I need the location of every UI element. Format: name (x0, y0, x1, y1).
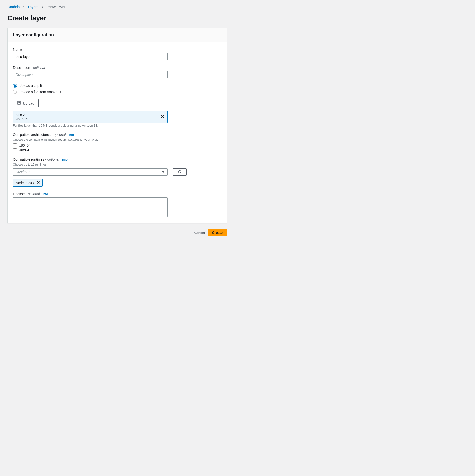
runtime-chip: Node.js 20.x (13, 179, 43, 187)
checkbox-arm64-label: arm64 (19, 148, 29, 152)
license-label-text: License (13, 192, 25, 196)
description-label: Description - optional (13, 66, 221, 69)
refresh-icon (178, 170, 182, 174)
runtimes-label-text: Compatible runtimes (13, 157, 44, 161)
panel-title: Layer configuration (13, 33, 221, 37)
upload-source-group: Upload a .zip file Upload a file from Am… (13, 84, 221, 94)
upload-button[interactable]: Upload (13, 99, 38, 107)
remove-runtime-button[interactable] (36, 181, 40, 185)
radio-upload-zip-row: Upload a .zip file (13, 84, 221, 87)
layer-config-panel: Layer configuration Name Description - o… (7, 28, 227, 223)
description-optional: - optional (30, 66, 45, 69)
runtimes-placeholder: Runtimes (16, 170, 30, 174)
radio-upload-s3-label: Upload a file from Amazon S3 (19, 90, 64, 94)
upload-button-label: Upload (23, 102, 34, 105)
checkbox-x8664[interactable] (13, 143, 17, 147)
checkbox-arm64[interactable] (13, 148, 17, 152)
runtimes-hint: Choose up to 15 runtimes. (13, 163, 221, 166)
runtimes-group: Compatible runtimes - optional Info Choo… (13, 157, 221, 187)
runtimes-select[interactable]: Runtimes ▼ (13, 168, 168, 176)
uploaded-file-name: pino.zip (16, 113, 29, 117)
radio-upload-s3[interactable] (13, 90, 17, 94)
close-icon (160, 114, 165, 120)
remove-file-button[interactable] (160, 114, 165, 119)
license-info-link[interactable]: Info (43, 192, 48, 196)
description-label-text: Description (13, 66, 30, 69)
panel-header: Layer configuration (8, 28, 226, 42)
architectures-group: Compatible architectures - optional Info… (13, 133, 221, 152)
chevron-right-icon (23, 5, 25, 9)
breadcrumb: Lambda Layers Create layer (7, 5, 468, 9)
name-input[interactable] (13, 53, 168, 60)
breadcrumb-link-lambda[interactable]: Lambda (7, 5, 20, 9)
architectures-hint: Choose the compatible instruction set ar… (13, 138, 221, 141)
upload-hint: For files larger than 10 MB, consider up… (13, 124, 221, 127)
radio-upload-zip[interactable] (13, 84, 17, 87)
runtime-chip-label: Node.js 20.x (16, 181, 35, 185)
cancel-button[interactable]: Cancel (194, 229, 205, 236)
description-group: Description - optional (13, 66, 221, 78)
checkbox-arm64-row: arm64 (13, 148, 221, 152)
page-title: Create layer (7, 14, 468, 22)
checkbox-x8664-label: x86_64 (19, 143, 31, 147)
caret-down-icon: ▼ (161, 170, 165, 174)
architectures-info-link[interactable]: Info (68, 133, 74, 136)
architectures-optional: - optional (51, 133, 66, 136)
radio-upload-s3-row: Upload a file from Amazon S3 (13, 90, 221, 94)
description-input[interactable] (13, 71, 168, 78)
close-icon (36, 181, 40, 185)
upload-icon (17, 101, 21, 106)
uploaded-file-size: 720.73 KB (16, 117, 29, 121)
architectures-label: Compatible architectures - optional Info (13, 133, 221, 136)
breadcrumb-link-layers[interactable]: Layers (28, 5, 38, 9)
create-button[interactable]: Create (208, 229, 227, 236)
runtimes-info-link[interactable]: Info (62, 158, 68, 161)
license-textarea[interactable] (13, 197, 168, 217)
license-label: License - optional Info (13, 192, 221, 196)
license-optional: - optional (25, 192, 39, 196)
breadcrumb-current: Create layer (47, 5, 65, 9)
chevron-right-icon (41, 5, 44, 9)
runtimes-optional: - optional (44, 157, 59, 161)
uploaded-file-chip: pino.zip 720.73 KB (13, 111, 168, 123)
license-group: License - optional Info (13, 192, 221, 218)
name-group: Name (13, 48, 221, 60)
checkbox-x8664-row: x86_64 (13, 143, 221, 147)
radio-upload-zip-label: Upload a .zip file (19, 84, 45, 87)
runtimes-label: Compatible runtimes - optional Info (13, 157, 221, 161)
upload-file-group: Upload pino.zip 720.73 KB For files larg… (13, 99, 221, 127)
refresh-runtimes-button[interactable] (173, 168, 187, 176)
footer-actions: Cancel Create (7, 229, 227, 236)
name-label: Name (13, 48, 221, 51)
architectures-label-text: Compatible architectures (13, 133, 51, 136)
